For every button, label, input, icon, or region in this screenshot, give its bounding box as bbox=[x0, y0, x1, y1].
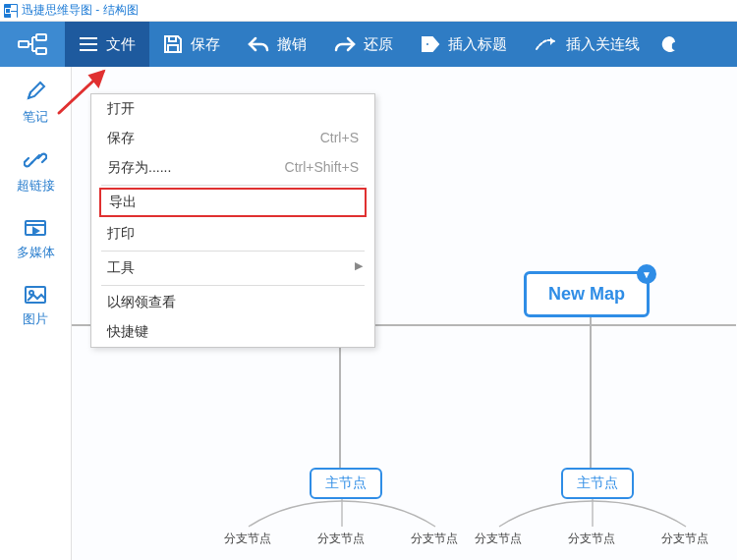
menu-label: 另存为...... bbox=[107, 159, 171, 177]
undo-button[interactable]: 撤销 bbox=[234, 22, 320, 67]
insert-relation-button[interactable]: 插入关连线 bbox=[521, 22, 653, 67]
mindmap-icon bbox=[18, 33, 47, 55]
file-label: 文件 bbox=[106, 35, 136, 54]
sidebar-link-label: 超链接 bbox=[17, 177, 55, 195]
redo-icon bbox=[334, 35, 356, 53]
window-title: 迅捷思维导图 - 结构图 bbox=[22, 2, 139, 19]
svg-point-8 bbox=[425, 42, 429, 46]
leaf-node[interactable]: 分支节点 bbox=[411, 531, 458, 547]
palette-button[interactable] bbox=[653, 22, 685, 67]
insert-title-label: 插入标题 bbox=[448, 35, 507, 54]
sidebar-hyperlink[interactable]: 超链接 bbox=[0, 136, 71, 204]
image-icon bbox=[24, 285, 47, 305]
save-icon bbox=[163, 34, 183, 54]
menu-shortcut: Ctrl+Shift+S bbox=[285, 159, 359, 177]
home-button[interactable] bbox=[0, 22, 65, 67]
svg-rect-6 bbox=[168, 45, 178, 52]
leaf-node[interactable]: 分支节点 bbox=[568, 531, 615, 547]
chevron-right-icon: ▶ bbox=[355, 259, 363, 272]
redo-button[interactable]: 还原 bbox=[320, 22, 407, 67]
menu-divider bbox=[101, 185, 365, 186]
menu-print[interactable]: 打印 bbox=[91, 219, 374, 249]
leaf-label: 分支节点 bbox=[568, 532, 615, 545]
leaf-node[interactable]: 分支节点 bbox=[661, 531, 709, 547]
file-menu-button[interactable]: 文件 bbox=[65, 22, 149, 67]
menu-label: 打开 bbox=[107, 100, 135, 118]
leaf-label: 分支节点 bbox=[317, 532, 365, 545]
svg-rect-7 bbox=[169, 36, 176, 41]
svg-rect-0 bbox=[19, 41, 28, 47]
main-node-label: 主节点 bbox=[325, 475, 367, 492]
app-icon bbox=[4, 4, 18, 18]
root-node[interactable]: New Map ▼ bbox=[524, 271, 650, 317]
save-button[interactable]: 保存 bbox=[149, 22, 234, 67]
menu-open[interactable]: 打开 bbox=[91, 94, 374, 124]
save-label: 保存 bbox=[191, 35, 220, 54]
connector bbox=[480, 495, 706, 534]
menu-outline-view[interactable]: 以纲领查看 bbox=[91, 288, 374, 317]
insert-relation-label: 插入关连线 bbox=[566, 35, 640, 54]
insert-title-button[interactable]: 插入标题 bbox=[407, 22, 521, 67]
leaf-label: 分支节点 bbox=[475, 532, 522, 545]
menu-shortcuts[interactable]: 快捷键 bbox=[91, 317, 374, 347]
file-dropdown: 打开 保存 Ctrl+S 另存为...... Ctrl+Shift+S 导出 打… bbox=[90, 93, 375, 348]
leaf-node[interactable]: 分支节点 bbox=[475, 531, 522, 547]
sidebar-media[interactable]: 多媒体 bbox=[0, 204, 71, 271]
sidebar-image-label: 图片 bbox=[23, 310, 48, 328]
sidebar-note-label: 笔记 bbox=[23, 108, 48, 126]
media-icon bbox=[24, 218, 47, 238]
menu-divider bbox=[101, 251, 365, 252]
tag-icon bbox=[421, 35, 440, 53]
title-bar: 迅捷思维导图 - 结构图 bbox=[0, 0, 737, 22]
menu-tools[interactable]: 工具 ▶ bbox=[91, 253, 374, 283]
menu-label: 打印 bbox=[107, 225, 135, 243]
menu-label: 工具 bbox=[107, 259, 135, 277]
connector bbox=[590, 324, 592, 470]
menu-label: 导出 bbox=[109, 194, 137, 211]
relation-icon bbox=[535, 35, 558, 53]
menu-shortcut: Ctrl+S bbox=[320, 130, 359, 147]
leaf-label: 分支节点 bbox=[661, 532, 709, 545]
menu-save[interactable]: 保存 Ctrl+S bbox=[91, 124, 374, 153]
menu-label: 快捷键 bbox=[107, 323, 148, 341]
svg-rect-2 bbox=[36, 48, 46, 54]
main-node[interactable]: 主节点 bbox=[561, 468, 634, 499]
menu-label: 以纲领查看 bbox=[107, 294, 176, 311]
leaf-label: 分支节点 bbox=[224, 532, 271, 545]
menu-icon bbox=[79, 36, 98, 52]
redo-label: 还原 bbox=[364, 35, 393, 54]
sidebar-image[interactable]: 图片 bbox=[0, 271, 71, 338]
menu-divider bbox=[101, 285, 365, 286]
svg-rect-1 bbox=[36, 34, 46, 40]
left-sidebar: 笔记 超链接 多媒体 图片 bbox=[0, 67, 72, 560]
connector bbox=[229, 495, 455, 534]
leaf-node[interactable]: 分支节点 bbox=[317, 531, 365, 547]
collapse-toggle-icon[interactable]: ▼ bbox=[637, 264, 656, 284]
root-label: New Map bbox=[548, 284, 625, 305]
main-node-label: 主节点 bbox=[577, 475, 618, 492]
main-node[interactable]: 主节点 bbox=[310, 468, 382, 499]
palette-icon bbox=[661, 34, 677, 54]
menu-export[interactable]: 导出 bbox=[99, 188, 367, 217]
menu-label: 保存 bbox=[107, 130, 135, 147]
undo-label: 撤销 bbox=[277, 35, 307, 54]
leaf-label: 分支节点 bbox=[411, 532, 458, 545]
undo-icon bbox=[248, 35, 269, 53]
leaf-node[interactable]: 分支节点 bbox=[224, 531, 271, 547]
menu-save-as[interactable]: 另存为...... Ctrl+Shift+S bbox=[91, 153, 374, 183]
pencil-icon bbox=[25, 81, 46, 102]
link-icon bbox=[24, 149, 47, 171]
sidebar-media-label: 多媒体 bbox=[17, 244, 55, 261]
sidebar-note[interactable]: 笔记 bbox=[0, 67, 71, 136]
main-toolbar: 文件 保存 撤销 还原 插入标题 bbox=[0, 22, 737, 67]
